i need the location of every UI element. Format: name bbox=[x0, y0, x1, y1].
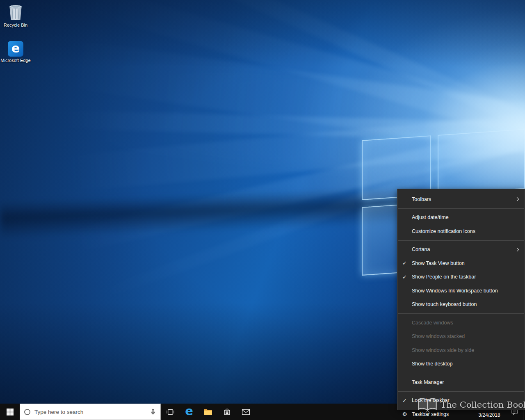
desktop-icon-recycle-bin[interactable]: Recycle Bin bbox=[0, 2, 31, 28]
search-box[interactable] bbox=[20, 404, 161, 420]
menu-item-task-manager[interactable]: Task Manager bbox=[397, 375, 525, 389]
mail-icon bbox=[242, 409, 250, 415]
taskbar-file-explorer-button[interactable] bbox=[199, 404, 217, 420]
menu-separator bbox=[398, 373, 524, 373]
desktop-icon-label: Microsoft Edge bbox=[0, 58, 30, 63]
menu-item-show-the-desktop[interactable]: Show the desktop bbox=[397, 357, 525, 371]
task-view-icon bbox=[166, 408, 175, 416]
menu-separator bbox=[398, 208, 524, 209]
microphone-icon[interactable] bbox=[150, 409, 156, 415]
menu-item-customize-notification-icons[interactable]: Customize notification icons bbox=[397, 224, 525, 238]
menu-item-label: Cascade windows bbox=[412, 320, 525, 326]
file-explorer-icon bbox=[203, 408, 212, 415]
windows-logo-icon bbox=[7, 409, 14, 415]
gear-icon: ⚙ bbox=[397, 411, 412, 417]
edge-icon: e bbox=[8, 41, 23, 57]
menu-item-adjust-date-time[interactable]: Adjust date/time bbox=[397, 211, 525, 225]
menu-item-label: Show Windows Ink Workspace button bbox=[412, 288, 525, 294]
menu-item-cortana[interactable]: Cortana bbox=[397, 243, 525, 257]
menu-item-label: Show windows stacked bbox=[412, 333, 525, 339]
menu-item-lock-the-taskbar[interactable]: ✓Lock the taskbar bbox=[397, 394, 525, 408]
menu-item-label: Show Task View button bbox=[412, 260, 525, 266]
menu-item-show-task-view-button[interactable]: ✓Show Task View button bbox=[397, 256, 525, 270]
menu-item-taskbar-settings[interactable]: ⚙Taskbar settings bbox=[397, 407, 525, 420]
checkmark-icon: ✓ bbox=[397, 274, 412, 280]
desktop-icon-microsoft-edge[interactable]: e Microsoft Edge bbox=[0, 41, 31, 63]
start-button[interactable] bbox=[0, 404, 20, 420]
recycle-bin-icon bbox=[7, 2, 24, 21]
edge-icon: e bbox=[185, 405, 193, 419]
menu-item-show-people-on-the-taskbar[interactable]: ✓Show People on the taskbar bbox=[397, 270, 525, 284]
menu-item-label: Adjust date/time bbox=[412, 215, 525, 220]
menu-item-cascade-windows: Cascade windows bbox=[397, 316, 525, 330]
menu-separator bbox=[398, 391, 524, 392]
cortana-icon bbox=[24, 409, 30, 415]
store-icon bbox=[223, 408, 231, 416]
task-view-button[interactable] bbox=[161, 404, 180, 420]
taskbar-mail-button[interactable] bbox=[236, 404, 255, 420]
taskbar-context-menu: ToolbarsAdjust date/timeCustomize notifi… bbox=[397, 189, 525, 410]
checkmark-icon: ✓ bbox=[397, 260, 412, 266]
window-pane bbox=[438, 129, 525, 195]
menu-separator bbox=[398, 313, 524, 314]
menu-item-label: Task Manager bbox=[412, 379, 525, 385]
menu-item-label: Toolbars bbox=[412, 196, 525, 202]
menu-separator bbox=[398, 240, 524, 241]
menu-item-label: Lock the taskbar bbox=[412, 397, 525, 403]
menu-item-show-windows-side-by-side: Show windows side by side bbox=[397, 343, 525, 357]
desktop-icon-label: Recycle Bin bbox=[4, 23, 27, 28]
menu-item-show-windows-stacked: Show windows stacked bbox=[397, 330, 525, 344]
menu-item-label: Cortana bbox=[412, 247, 525, 252]
taskbar-edge-button[interactable]: e bbox=[180, 404, 199, 420]
menu-item-show-touch-keyboard-button[interactable]: Show touch keyboard button bbox=[397, 298, 525, 312]
desktop: Recycle Bin e Microsoft Edge ToolbarsAdj… bbox=[0, 0, 525, 420]
checkmark-icon: ✓ bbox=[397, 397, 412, 404]
menu-item-show-windows-ink-workspace-button[interactable]: Show Windows Ink Workspace button bbox=[397, 284, 525, 298]
menu-item-label: Show touch keyboard button bbox=[412, 301, 525, 307]
menu-item-label: Show People on the taskbar bbox=[412, 274, 525, 280]
menu-item-label: Taskbar settings bbox=[412, 411, 525, 417]
menu-item-toolbars[interactable]: Toolbars bbox=[397, 192, 525, 206]
menu-item-label: Show the desktop bbox=[412, 361, 525, 367]
menu-item-label: Show windows side by side bbox=[412, 347, 525, 353]
menu-item-label: Customize notification icons bbox=[412, 228, 525, 234]
search-input[interactable] bbox=[34, 409, 146, 415]
taskbar-store-button[interactable] bbox=[217, 404, 236, 420]
